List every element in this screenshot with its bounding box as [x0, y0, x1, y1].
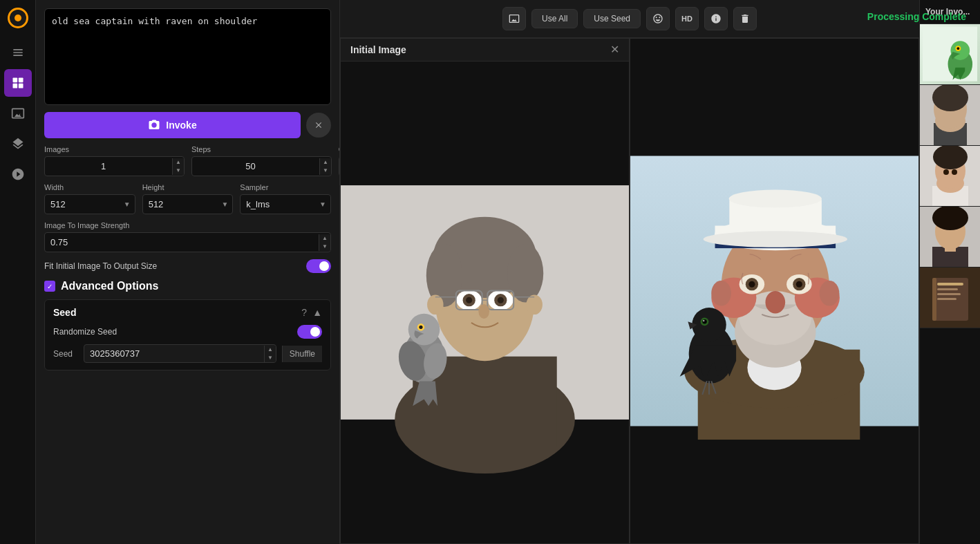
- logo-ring: [8, 8, 28, 28]
- face-icon: [652, 13, 663, 24]
- settings-row-2: Width 5122567681024 ▼ Height 51225676810…: [44, 183, 331, 214]
- layers-icon: [11, 137, 25, 151]
- fit-initial-image-toggle[interactable]: [306, 259, 331, 273]
- invocation-thumb-4[interactable]: [920, 207, 980, 268]
- generate-button[interactable]: Invoke: [44, 112, 301, 138]
- svg-point-54: [796, 281, 802, 288]
- image-icon: [11, 106, 25, 120]
- sampler-select-wrapper: k_lmsk_eulerk_dpm_2ddimplms ▼: [240, 194, 331, 214]
- fit-initial-image-row: Fit Initial Image To Output Size: [44, 259, 331, 273]
- seed-spin-up[interactable]: ▲: [265, 346, 276, 354]
- icon-sidebar: [0, 0, 36, 544]
- cancel-button[interactable]: [306, 113, 331, 138]
- delete-icon: [739, 13, 751, 24]
- thumb-3-svg: [920, 146, 980, 207]
- use-all-button[interactable]: Use All: [531, 9, 578, 28]
- images-label: Images: [44, 145, 185, 153]
- images-spin-up[interactable]: ▲: [173, 158, 184, 167]
- svg-point-18: [466, 297, 472, 303]
- seed-collapse-button[interactable]: ▲: [312, 307, 322, 318]
- svg-point-13: [526, 294, 542, 315]
- seed-input-row: Seed 3025360737 ▲ ▼ Shuffle: [53, 344, 322, 363]
- invocation-thumb-5[interactable]: [920, 268, 980, 328]
- steps-input-wrapper: 50 ▲ ▼: [191, 156, 332, 176]
- sidebar-item-images[interactable]: [4, 100, 32, 127]
- initial-image-panel-body: [341, 62, 629, 543]
- sidebar-item-generate[interactable]: [4, 69, 32, 97]
- images-input[interactable]: 1: [45, 157, 172, 176]
- randomize-toggle[interactable]: [297, 325, 322, 339]
- invocation-thumb-3[interactable]: [920, 146, 980, 207]
- randomize-row: Randomize Seed: [53, 325, 322, 339]
- svg-point-53: [748, 281, 755, 288]
- toolbar-info-btn[interactable]: [704, 7, 728, 30]
- toolbar-delete-btn[interactable]: [733, 7, 757, 30]
- svg-point-27: [408, 314, 440, 346]
- seed-input-wrapper: 3025360737 ▲ ▼: [84, 344, 276, 363]
- generate-row: Invoke: [44, 112, 331, 138]
- width-select[interactable]: 5122567681024: [45, 195, 120, 214]
- height-label: Height: [142, 183, 234, 191]
- img2img-strength-label: Image To Image Strength: [44, 221, 331, 229]
- seed-actions: ? ▲: [301, 307, 322, 318]
- processing-status: Processing Complete: [867, 11, 966, 22]
- width-chevron-icon: ▼: [120, 200, 135, 208]
- invocation-thumb-2[interactable]: [920, 85, 980, 146]
- images-input-wrapper: 1 ▲ ▼: [44, 156, 185, 176]
- toggle-knob: [319, 261, 329, 271]
- thumb-1-svg: [923, 26, 977, 82]
- width-select-wrapper: 5122567681024 ▼: [44, 194, 135, 214]
- sidebar-item-layers[interactable]: [4, 130, 32, 158]
- generated-image-svg: [630, 39, 918, 543]
- seed-spin-down[interactable]: ▼: [265, 354, 276, 362]
- top-toolbar: Use All Use Seed HD: [340, 0, 919, 38]
- sidebar-item-photo[interactable]: [4, 160, 32, 188]
- prompt-textarea[interactable]: old sea captain with raven on shoulder: [44, 8, 331, 105]
- seed-label-text: Seed: [53, 349, 78, 359]
- steps-spin-down[interactable]: ▼: [320, 167, 331, 175]
- invocation-thumb-1[interactable]: [920, 24, 980, 85]
- svg-point-44: [704, 231, 848, 247]
- randomize-toggle-knob: [310, 327, 320, 337]
- toolbar-face-btn[interactable]: [646, 7, 670, 30]
- shuffle-button[interactable]: Shuffle: [282, 346, 322, 362]
- thumb-5-svg: [920, 268, 980, 328]
- generate-icon: [11, 76, 25, 90]
- steps-input[interactable]: 50: [192, 157, 319, 176]
- photo-icon: [11, 167, 25, 181]
- use-seed-button[interactable]: Use Seed: [583, 9, 641, 28]
- sidebar-item-gallery-1[interactable]: [4, 39, 32, 66]
- sampler-select[interactable]: k_lmsk_eulerk_dpm_2ddimplms: [241, 195, 315, 214]
- generated-image-panel: [630, 38, 919, 544]
- initial-image-panel-title: Initial Image: [350, 44, 406, 55]
- img2img-strength-input[interactable]: 0.75: [45, 233, 319, 252]
- height-chevron-icon: ▼: [217, 200, 232, 208]
- seed-input[interactable]: 3025360737: [84, 345, 264, 362]
- svg-point-12: [427, 294, 443, 315]
- toolbar-hd-btn[interactable]: HD: [675, 7, 699, 30]
- svg-point-67: [957, 47, 959, 50]
- gallery-icon-1: [11, 46, 25, 59]
- svg-point-57: [820, 281, 840, 306]
- advanced-options-label: Advanced Options: [61, 280, 158, 292]
- svg-point-19: [498, 297, 504, 303]
- seed-help-button[interactable]: ?: [301, 307, 307, 318]
- initial-image-panel: Initial Image ✕: [340, 38, 630, 544]
- randomize-label: Randomize Seed: [53, 327, 117, 337]
- close-initial-image-btn[interactable]: ✕: [610, 44, 619, 55]
- advanced-options-checkbox[interactable]: ✓: [44, 281, 55, 292]
- svg-point-29: [419, 326, 422, 329]
- toolbar-image-btn[interactable]: [502, 7, 526, 30]
- app-logo: [6, 6, 30, 30]
- strength-spin-down[interactable]: ▼: [319, 243, 330, 251]
- svg-point-79: [952, 169, 957, 175]
- logo-inner: [15, 15, 21, 21]
- steps-spin-up[interactable]: ▲: [320, 158, 331, 167]
- images-spin-down[interactable]: ▼: [173, 167, 184, 175]
- height-select[interactable]: 5122567681024: [143, 195, 218, 214]
- thumb-2-svg: [920, 85, 980, 146]
- svg-point-61: [702, 319, 707, 324]
- strength-spin-up[interactable]: ▲: [319, 234, 330, 243]
- svg-point-55: [765, 291, 785, 314]
- strength-spin: ▲ ▼: [319, 234, 330, 251]
